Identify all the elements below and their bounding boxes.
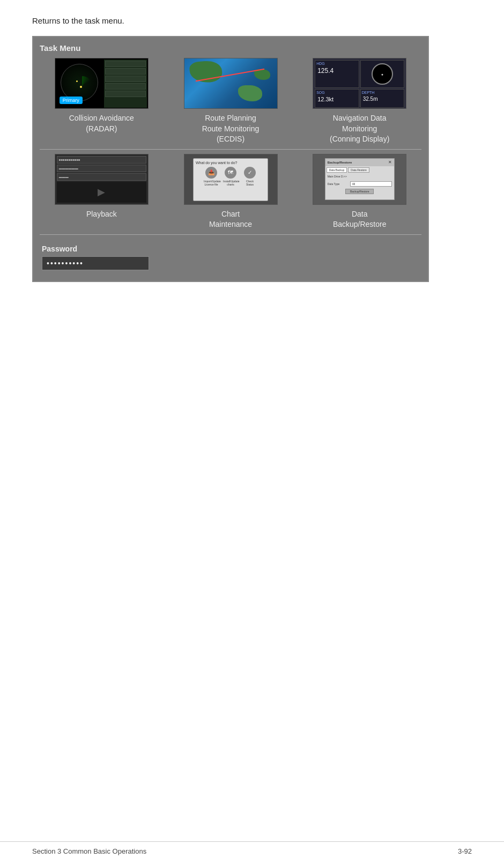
playback-row-2: ▬▬▬▬▬▬ [57,165,146,172]
chartmaint-icon-import-circle: 📥 [205,167,217,179]
radar-blip [80,86,82,88]
ecdis-map [184,58,277,108]
collision-avoidance-label: Collision Avoidance(RADAR) [69,113,134,134]
radar-side-row [105,61,146,67]
page-content: Returns to the task menu. Task Menu [0,0,504,325]
thumbnail-conning: HDG 125.4 ● SOG 12.3kt DEPTH 32.5m [313,58,406,109]
chartmaint-icon-update-label: Install/Update charts [223,180,238,186]
radar-side-panel [104,60,147,108]
menu-item-route-planning[interactable]: Route PlanningRoute Monitoring(ECDIS) [169,58,293,145]
menu-item-playback[interactable]: ■■■■■■■■■■■ ▬▬▬▬▬▬ ▬▬▬ ▶ Playback [40,154,164,230]
radar-side-row [105,68,146,75]
menu-item-navigation-data[interactable]: HDG 125.4 ● SOG 12.3kt DEPTH 32.5m [298,58,421,145]
chart-maintenance-label: ChartMaintenance [209,209,252,230]
playback-label-3: ▬▬▬ [59,175,69,179]
playback-label-1: ■■■■■■■■■■■ [59,158,80,161]
backup-close-icon: ✕ [388,160,392,165]
playback-row-1: ■■■■■■■■■■■ [57,156,146,164]
chartmaint-icon-check: ✓ Check Status [242,167,257,186]
radar-side-row [105,76,146,82]
password-input[interactable] [42,256,149,270]
backup-tab-data-backup: Data Backup [327,167,347,173]
chartmaint-icon-import: 📥 Import/Update Licence file [204,167,219,186]
backup-field-label-1: Main Drive D:>> [328,175,349,178]
playback-content: ■■■■■■■■■■■ ▬▬▬▬▬▬ ▬▬▬ ▶ [55,154,148,204]
password-section: Password [40,239,421,270]
primary-badge: Primary [60,97,83,104]
menu-item-data-backup[interactable]: Backup/Restore ✕ Data Backup Data Restor… [298,154,421,230]
chartmaint-dialog-title: What do you want to do? [196,161,265,165]
backup-field-label-2: Data Type [328,182,349,186]
chartmaint-icon-update-circle: 🗺 [225,167,236,179]
radar-side-row [105,83,146,90]
backup-dialog: Backup/Restore ✕ Data Backup Data Restor… [325,158,395,200]
data-backup-label: DataBackup/Restore [333,209,387,230]
playback-label-2: ▬▬▬▬▬▬ [59,167,78,170]
chartmaint-icon-check-label: Check Status [242,180,257,186]
playback-label: Playback [86,209,117,220]
navigation-data-label: Navigation DataMonitoring(Conning Displa… [330,113,389,145]
menu-row-2: ■■■■■■■■■■■ ▬▬▬▬▬▬ ▬▬▬ ▶ Playback [40,154,421,230]
conning-content: HDG 125.4 ● SOG 12.3kt DEPTH 32.5m [313,58,406,108]
backup-field-row-1: Main Drive D:>> [325,174,394,179]
thumbnail-radar: Primary [55,58,149,109]
conning-panel-4: DEPTH 32.5m [360,89,405,108]
radar-blip2 [76,80,78,82]
footer-right: 3-92 [458,847,472,855]
menu-item-chart-maintenance[interactable]: What do you want to do? 📥 Import/Update … [169,154,293,230]
backup-titlebar-text: Backup/Restore [328,161,352,164]
chartmaint-icon-update: 🗺 Install/Update charts [223,167,238,186]
playback-row-3: ▬▬▬ [57,173,146,181]
chartmaint-icon-import-label: Import/Update Licence file [204,180,219,186]
password-label: Password [42,245,419,253]
backup-titlebar: Backup/Restore ✕ [325,159,394,166]
ecdis-land-2 [238,85,262,101]
menu-row-1: Primary Collision Avoidance(RADAR) Route… [40,58,421,145]
footer-left: Section 3 Common Basic Operations [32,847,146,855]
task-menu-box: Task Menu [32,36,429,282]
compass-circle: ● [372,63,393,85]
chartmaint-icon-check-circle: ✓ [244,167,256,179]
backup-field-value-2: All [350,181,392,187]
playback-bottom: ▶ [57,182,146,203]
backup-tabs: Data Backup Data Restore [325,166,394,173]
conning-panel-3: SOG 12.3kt [315,89,359,108]
page-footer: Section 3 Common Basic Operations 3-92 [0,841,504,855]
chartmaint-icons: 📥 Import/Update Licence file 🗺 Install/U… [196,167,265,186]
radar-circle [61,64,98,101]
backup-field-row-2: Data Type All [325,180,394,188]
route-planning-label: Route PlanningRoute Monitoring(ECDIS) [202,113,260,145]
conning-panel-2: ● [360,60,405,88]
thumbnail-chartmaint: What do you want to do? 📥 Import/Update … [184,154,278,205]
radar-sweep [73,76,92,95]
divider-row2 [40,234,421,235]
thumbnail-backup: Backup/Restore ✕ Data Backup Data Restor… [313,154,406,205]
task-menu-title: Task Menu [40,43,421,53]
thumbnail-playback: ■■■■■■■■■■■ ▬▬▬▬▬▬ ▬▬▬ ▶ [55,154,149,205]
backup-tab-data-restore: Data Restore [348,167,369,173]
conning-panel-1: HDG 125.4 [315,60,359,88]
divider-row1 [40,149,421,150]
menu-item-collision-avoidance[interactable]: Primary Collision Avoidance(RADAR) [40,58,164,145]
radar-side-row [105,91,146,97]
ecdis-land-1 [189,60,223,84]
thumbnail-ecdis [184,58,278,109]
intro-text: Returns to the task menu. [32,16,472,25]
backup-start-button[interactable]: Backup/Restore [345,189,374,194]
chartmaint-dialog: What do you want to do? 📥 Import/Update … [193,158,268,201]
